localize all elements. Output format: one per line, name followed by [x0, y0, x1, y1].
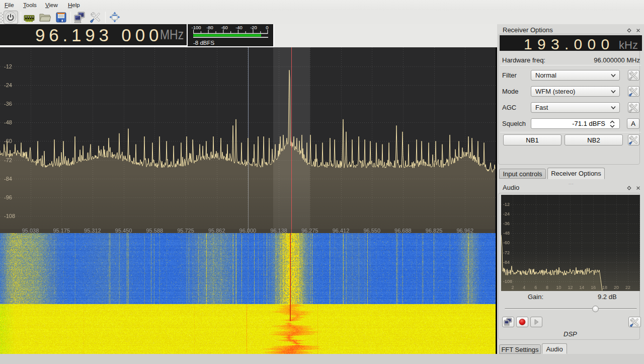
svg-text:-40: -40 [235, 25, 243, 30]
svg-text:-8 dBFS: -8 dBFS [193, 40, 215, 46]
svg-text:-20: -20 [250, 25, 257, 30]
svg-text:-80: -80 [206, 25, 213, 30]
svg-text:-60: -60 [221, 25, 228, 30]
svg-text:0: 0 [266, 25, 268, 30]
svg-text:-100: -100 [191, 25, 201, 30]
